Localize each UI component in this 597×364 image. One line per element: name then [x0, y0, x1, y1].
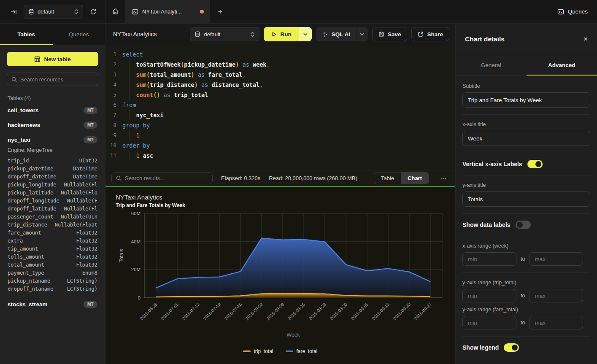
code-line: 1select — [105, 49, 455, 59]
database-selector[interactable]: default — [24, 5, 83, 19]
table-item-stocks_stream[interactable]: stocks_streamMT — [7, 297, 98, 312]
vertical-xaxis-labels-label: Vertical x-axis Labels — [462, 161, 522, 167]
save-icon — [378, 31, 384, 37]
subtitle-input[interactable] — [462, 92, 590, 108]
new-table-button[interactable]: New table — [7, 52, 98, 66]
toggle-knob — [535, 161, 541, 167]
show-legend-row: Show legend — [462, 343, 590, 352]
legend-item-fare_total[interactable]: fare_total — [286, 348, 317, 354]
svg-text:2015-08-09: 2015-08-09 — [265, 302, 285, 321]
sql-ai-options-button[interactable] — [356, 27, 368, 41]
yaxis-range-trip-max-input[interactable] — [529, 289, 583, 302]
code-line: 6from — [105, 100, 455, 110]
sidebar-tabs: Tables Queries — [0, 24, 105, 45]
tab-advanced[interactable]: Advanced — [527, 55, 597, 75]
svg-text:60M: 60M — [131, 211, 140, 216]
xaxis-range-min-input[interactable] — [462, 252, 516, 266]
chart-canvas[interactable]: 020M40M60MTotals2015-06-282015-07-052015… — [116, 208, 445, 348]
chevron-down-icon — [360, 33, 364, 36]
column-row: total_amountFloat32 — [7, 261, 98, 269]
new-tab-button[interactable]: + — [210, 0, 230, 23]
query-database-selector[interactable]: default — [190, 27, 259, 41]
column-row: tip_amountFloat32 — [7, 245, 98, 253]
sql-editor[interactable]: 1select2 toStartOfWeek(pickup_datetime) … — [105, 45, 455, 170]
divider — [462, 114, 590, 115]
run-button[interactable]: Run — [264, 27, 299, 41]
code-line: 11 1 asc — [105, 151, 455, 161]
topbar-left: default — [0, 0, 105, 23]
svg-text:2015-06-28: 2015-06-28 — [139, 302, 159, 321]
close-icon: × — [583, 35, 588, 43]
home-icon — [112, 8, 119, 15]
yaxis-range-fare-max-input[interactable] — [529, 316, 583, 329]
xaxis-title-label: x-axis title — [462, 121, 590, 127]
legend-item-trip_total[interactable]: trip_total — [243, 348, 273, 354]
show-data-labels-label: Show data labels — [462, 221, 511, 228]
sidebar-tab-tables[interactable]: Tables — [0, 24, 53, 45]
query-title: NYTaxi Analytics — [113, 31, 157, 38]
run-options-button[interactable] — [299, 27, 312, 41]
panel-tabs: General Advanced — [456, 55, 597, 75]
query-database-value: default — [204, 31, 247, 38]
sidebar-tab-queries[interactable]: Queries — [53, 24, 105, 45]
vertical-xaxis-labels-toggle[interactable] — [527, 160, 543, 168]
database-icon — [28, 9, 34, 15]
to-label: to — [521, 293, 525, 299]
engine-badge: MT — [84, 136, 97, 143]
show-legend-toggle[interactable] — [504, 343, 519, 352]
code-line: 7 nyc_taxi — [105, 110, 455, 120]
chevron-updown-icon — [250, 32, 255, 37]
subtitle-label: Subtitle — [462, 83, 590, 89]
code-line: 3 sum(total_amount) as fare_total, — [105, 70, 455, 80]
divider — [462, 213, 590, 214]
yaxis-range-trip-min-input[interactable] — [462, 289, 516, 302]
tab-general[interactable]: General — [456, 55, 527, 75]
toggle-knob — [517, 222, 523, 228]
view-table-button[interactable]: Table — [374, 173, 401, 184]
legend-label: fare_total — [296, 348, 317, 354]
close-panel-button[interactable]: × — [583, 35, 588, 43]
table-icon — [34, 56, 41, 62]
collapse-sidebar-button[interactable] — [8, 6, 19, 18]
home-tab-button[interactable] — [105, 0, 126, 23]
query-tab-label: NYTaxi Analyti... — [142, 8, 196, 15]
resource-search-input[interactable] — [20, 76, 94, 83]
yaxis-title-input[interactable] — [462, 191, 590, 207]
save-button[interactable]: Save — [372, 27, 408, 41]
unsaved-changes-dot — [200, 10, 204, 13]
vertical-xaxis-labels-row: Vertical x-axis Labels — [462, 160, 590, 168]
topbar-right: Queries — [548, 0, 597, 23]
chart-title: NYTaxi Analytics — [116, 194, 445, 201]
xaxis-title-input[interactable] — [462, 131, 590, 146]
show-data-labels-toggle[interactable] — [516, 221, 531, 229]
table-item-hackernews[interactable]: hackernewsMT — [7, 118, 98, 132]
yaxis-range-trip-row: to — [462, 289, 590, 302]
view-chart-button[interactable]: Chart — [401, 173, 429, 184]
sql-ai-button[interactable]: SQL AI — [316, 27, 356, 41]
query-tab[interactable]: NYTaxi Analyti... — [126, 0, 210, 23]
queries-button[interactable]: Queries — [557, 8, 588, 15]
yaxis-range-fare-min-input[interactable] — [462, 316, 516, 329]
refresh-button[interactable] — [87, 6, 99, 18]
new-table-button-label: New table — [44, 56, 70, 62]
read-stat: Read: 20,000,000 rows (260.00 MB) — [269, 175, 357, 181]
more-options-button[interactable]: ⋯ — [438, 173, 449, 184]
yaxis-title-label: y-axis title — [462, 182, 590, 188]
table-item-cell_towers[interactable]: cell_towersMT — [7, 103, 98, 118]
svg-text:2015-09-06: 2015-09-06 — [350, 302, 370, 321]
column-row: fare_amountFloat32 — [7, 229, 98, 237]
results-search-input[interactable] — [125, 175, 208, 181]
share-button[interactable]: Share — [411, 27, 449, 41]
legend-label: trip_total — [254, 348, 273, 354]
xaxis-range-max-input[interactable] — [529, 252, 583, 266]
queries-button-label: Queries — [568, 8, 588, 15]
column-row: extraFloat32 — [7, 237, 98, 245]
yaxis-range-fare-row: to — [462, 316, 590, 329]
play-icon — [271, 32, 277, 37]
query-header: NYTaxi Analytics default Run — [105, 24, 455, 45]
refresh-icon — [90, 8, 97, 15]
save-button-label: Save — [388, 31, 401, 38]
column-row: tolls_amountFloat32 — [7, 253, 98, 261]
show-data-labels-row: Show data labels — [462, 221, 590, 229]
table-item-nyc_taxi[interactable]: nyc_taxiMT — [7, 132, 98, 147]
